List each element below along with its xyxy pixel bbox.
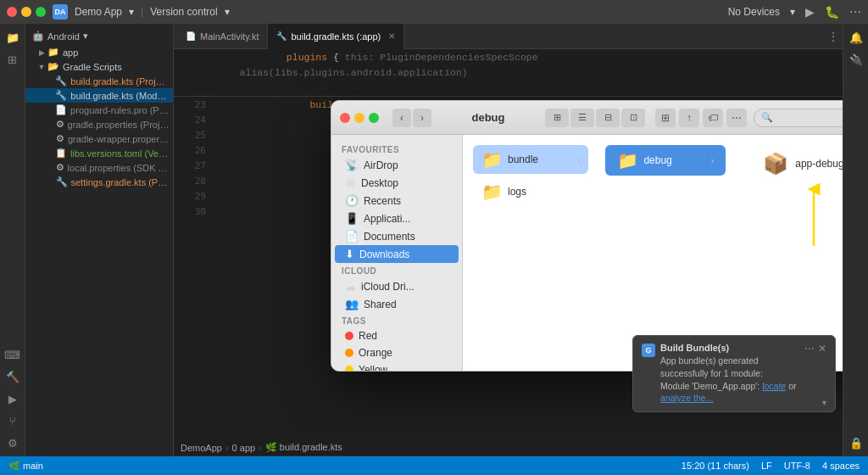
line-24: 24 bbox=[181, 115, 206, 126]
airdrop-label: AirDrop bbox=[364, 159, 398, 171]
debug-folder-icon: 📁 bbox=[617, 150, 638, 170]
notif-analyze-link[interactable]: analyze the... bbox=[660, 393, 713, 403]
terminal-icon[interactable]: ⌨ bbox=[3, 344, 23, 365]
git-branch-status[interactable]: 🌿 main bbox=[8, 461, 43, 472]
folder-logs[interactable]: 📁 logs bbox=[473, 177, 588, 206]
finder-close[interactable] bbox=[340, 113, 350, 123]
tree-item-libs-versions[interactable]: 📋 libs.versions.toml (Version C... bbox=[25, 146, 173, 160]
right-plugins-icon[interactable]: 🔌 bbox=[846, 49, 866, 70]
notif-more-btn[interactable]: ⋯ bbox=[804, 343, 815, 405]
git-icon[interactable]: ⑂ bbox=[3, 411, 23, 431]
tree-item-settings[interactable]: 🔧 settings.gradle.kts (Project ... bbox=[25, 175, 173, 189]
tab-main-activity[interactable]: 📄 MainActivity.kt bbox=[177, 24, 268, 49]
orange-dot bbox=[345, 349, 353, 357]
gradle-scripts-label: Gradle Scripts bbox=[63, 62, 122, 72]
tree-item-build1[interactable]: 🔧 build.gradle.kts (Project: De... bbox=[25, 74, 173, 88]
finder-gallery-view[interactable]: ⊡ bbox=[621, 109, 645, 127]
title-bar: DA Demo App ▾ | Version control ▾ No Dev… bbox=[0, 0, 868, 24]
tab-build-gradle[interactable]: 🔧 build.gradle.kts (:app) ✕ bbox=[268, 24, 404, 49]
run-sidebar-icon[interactable]: ▶ bbox=[3, 388, 23, 409]
icloud-icon: ☁ bbox=[345, 280, 356, 293]
tag-orange[interactable]: Orange bbox=[335, 344, 459, 361]
indent-setting[interactable]: 4 spaces bbox=[822, 461, 860, 471]
desktop-label: Desktop bbox=[361, 177, 398, 189]
tree-item-gradle-wrapper[interactable]: ⚙ gradle-wrapper.properties (... bbox=[25, 131, 173, 146]
notif-expand-btn[interactable]: ▾ bbox=[822, 398, 826, 407]
build-gradle1-label: build.gradle.kts (Project: De... bbox=[70, 76, 170, 87]
settings-icon[interactable]: ⚙ bbox=[3, 433, 23, 453]
debug-label: debug bbox=[643, 154, 671, 166]
finder-back[interactable]: ‹ bbox=[392, 109, 411, 127]
sidebar-desktop[interactable]: 🖥 Desktop bbox=[335, 174, 459, 192]
tab-close-icon[interactable]: ✕ bbox=[388, 31, 395, 41]
finder-minimize[interactable] bbox=[354, 113, 364, 123]
right-notifications-icon[interactable]: 🔔 bbox=[846, 27, 866, 48]
line-ending[interactable]: LF bbox=[761, 461, 772, 471]
sep1: › bbox=[225, 443, 229, 453]
finder-tag-btn[interactable]: 🏷 bbox=[703, 109, 723, 127]
more-icon[interactable]: ⋯ bbox=[849, 5, 861, 19]
finder-share-btn[interactable]: ↑ bbox=[679, 109, 699, 127]
tree-item-build2[interactable]: 🔧 build.gradle.kts (Module :ap... bbox=[25, 88, 173, 103]
tree-item-app[interactable]: ▶ 📁 app bbox=[25, 45, 173, 59]
maximize-button[interactable] bbox=[36, 7, 46, 17]
folder-debug[interactable]: 📁 debug › bbox=[605, 145, 726, 176]
tree-item-proguard[interactable]: 📄 proguard-rules.pro (ProGuar... bbox=[25, 103, 173, 117]
tab-bar-menu[interactable]: ⋮ bbox=[827, 30, 839, 43]
notif-title: Build Bundle(s) bbox=[660, 343, 799, 353]
finder-maximize[interactable] bbox=[369, 113, 379, 123]
sidebar-documents[interactable]: 📄 Documents bbox=[335, 227, 459, 245]
finder-group-btn[interactable]: ⊞ bbox=[655, 109, 676, 127]
finder-title: debug bbox=[438, 111, 538, 124]
version-control[interactable]: Version control bbox=[150, 6, 217, 18]
breadcrumb-app[interactable]: 0 app bbox=[232, 443, 256, 453]
finder-list-view[interactable]: ☰ bbox=[570, 109, 594, 127]
finder-icon-view[interactable]: ⊞ bbox=[545, 109, 569, 127]
sidebar-shared[interactable]: 👥 Shared bbox=[335, 295, 459, 313]
sidebar-recents[interactable]: 🕐 Recents bbox=[335, 192, 459, 210]
close-button[interactable] bbox=[7, 7, 17, 17]
finder-forward[interactable]: › bbox=[413, 109, 431, 127]
breadcrumb-file[interactable]: 🌿 build.gradle.kts bbox=[265, 442, 342, 453]
finder-more-btn[interactable]: ⋯ bbox=[726, 109, 747, 127]
file-encoding[interactable]: UTF-8 bbox=[784, 461, 810, 471]
finder-column-view[interactable]: ⊟ bbox=[596, 109, 620, 127]
notif-content: Build Bundle(s) App bundle(s) generated … bbox=[660, 343, 799, 405]
line-29: 29 bbox=[181, 191, 206, 202]
bundle-folder-icon: 📁 bbox=[481, 149, 503, 170]
right-lock-icon[interactable]: 🔒 bbox=[846, 433, 866, 453]
structure-icon[interactable]: ⊞ bbox=[3, 49, 23, 70]
sidebar-downloads[interactable]: ⬇ Downloads bbox=[335, 245, 459, 263]
editor-content[interactable]: plugins { this: PluginDependenciesSpecSc… bbox=[174, 49, 843, 439]
no-devices[interactable]: No Devices bbox=[728, 6, 780, 18]
run-icon[interactable]: ▶ bbox=[805, 5, 815, 19]
debug-icon[interactable]: 🐛 bbox=[825, 5, 839, 19]
app-name[interactable]: Demo App bbox=[75, 6, 122, 18]
status-right: 15:20 (11 chars) LF UTF-8 4 spaces bbox=[682, 461, 860, 471]
logs-label: logs bbox=[508, 186, 526, 198]
sidebar-applications[interactable]: 📱 Applicati... bbox=[335, 210, 459, 227]
tab-main-activity-label: MainActivity.kt bbox=[200, 31, 259, 42]
tree-item-gradle-props[interactable]: ⚙ gradle.properties (Project Pr... bbox=[25, 117, 173, 131]
notif-body-text: App bundle(s) generated successfully for… bbox=[660, 355, 763, 378]
code-text-30: } bbox=[216, 195, 339, 228]
notif-locate-link[interactable]: locate bbox=[762, 381, 786, 391]
breadcrumb-demoapp[interactable]: DemoApp bbox=[181, 443, 222, 453]
tree-item-gradle-scripts[interactable]: ▼ 📂 Gradle Scripts bbox=[25, 59, 173, 74]
project-icon[interactable]: 📁 bbox=[3, 27, 23, 48]
folder-bundle[interactable]: 📁 bundle › bbox=[473, 145, 588, 174]
yellow-dot bbox=[345, 366, 353, 371]
aab-file-icon: 📦 bbox=[763, 152, 788, 176]
sidebar-airdrop[interactable]: 📡 AirDrop bbox=[335, 156, 459, 174]
tag-yellow[interactable]: Yellow bbox=[335, 361, 459, 371]
minimize-button[interactable] bbox=[21, 7, 31, 17]
cursor-position[interactable]: 15:20 (11 chars) bbox=[682, 461, 749, 471]
finder-search-box[interactable]: 🔍 bbox=[754, 109, 843, 127]
build-icon[interactable]: 🔨 bbox=[3, 366, 23, 387]
sidebar-icloud-drive[interactable]: ☁ iCloud Dri... bbox=[335, 277, 459, 295]
notif-module: Module 'Demo_App.app': bbox=[660, 381, 760, 391]
file-app-debug[interactable]: 📦 app-debug.aab bbox=[763, 152, 843, 176]
tag-red[interactable]: Red bbox=[335, 327, 459, 344]
tree-item-local-props[interactable]: ⚙ local.properties (SDK Locati... bbox=[25, 160, 173, 175]
app-label: app bbox=[63, 48, 78, 58]
